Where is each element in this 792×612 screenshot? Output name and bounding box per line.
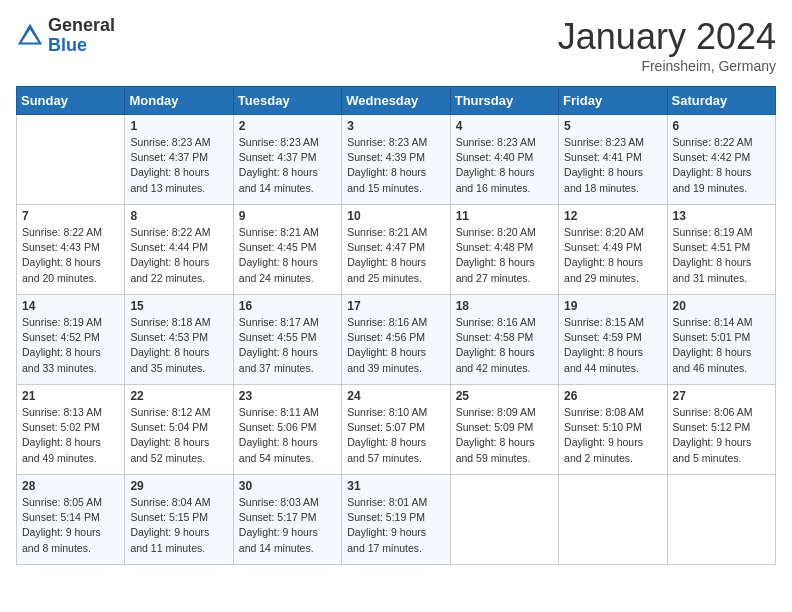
calendar-cell: 30Sunrise: 8:03 AMSunset: 5:17 PMDayligh… bbox=[233, 475, 341, 565]
day-header-thursday: Thursday bbox=[450, 87, 558, 115]
month-title: January 2024 bbox=[558, 16, 776, 58]
calendar-cell bbox=[17, 115, 125, 205]
day-info: Sunrise: 8:23 AMSunset: 4:37 PMDaylight:… bbox=[239, 135, 336, 196]
day-number: 20 bbox=[673, 299, 770, 313]
logo-general-text: General bbox=[48, 15, 115, 35]
day-number: 2 bbox=[239, 119, 336, 133]
day-number: 5 bbox=[564, 119, 661, 133]
day-info: Sunrise: 8:16 AMSunset: 4:58 PMDaylight:… bbox=[456, 315, 553, 376]
logo-icon bbox=[16, 22, 44, 50]
day-number: 23 bbox=[239, 389, 336, 403]
day-header-saturday: Saturday bbox=[667, 87, 775, 115]
day-number: 22 bbox=[130, 389, 227, 403]
calendar-cell: 28Sunrise: 8:05 AMSunset: 5:14 PMDayligh… bbox=[17, 475, 125, 565]
day-info: Sunrise: 8:15 AMSunset: 4:59 PMDaylight:… bbox=[564, 315, 661, 376]
day-info: Sunrise: 8:08 AMSunset: 5:10 PMDaylight:… bbox=[564, 405, 661, 466]
day-info: Sunrise: 8:22 AMSunset: 4:44 PMDaylight:… bbox=[130, 225, 227, 286]
calendar-cell: 23Sunrise: 8:11 AMSunset: 5:06 PMDayligh… bbox=[233, 385, 341, 475]
day-number: 18 bbox=[456, 299, 553, 313]
calendar-cell: 29Sunrise: 8:04 AMSunset: 5:15 PMDayligh… bbox=[125, 475, 233, 565]
day-info: Sunrise: 8:19 AMSunset: 4:52 PMDaylight:… bbox=[22, 315, 119, 376]
calendar-cell: 17Sunrise: 8:16 AMSunset: 4:56 PMDayligh… bbox=[342, 295, 450, 385]
calendar-cell: 14Sunrise: 8:19 AMSunset: 4:52 PMDayligh… bbox=[17, 295, 125, 385]
calendar-cell: 15Sunrise: 8:18 AMSunset: 4:53 PMDayligh… bbox=[125, 295, 233, 385]
calendar-cell: 1Sunrise: 8:23 AMSunset: 4:37 PMDaylight… bbox=[125, 115, 233, 205]
day-info: Sunrise: 8:23 AMSunset: 4:39 PMDaylight:… bbox=[347, 135, 444, 196]
day-info: Sunrise: 8:05 AMSunset: 5:14 PMDaylight:… bbox=[22, 495, 119, 556]
day-header-wednesday: Wednesday bbox=[342, 87, 450, 115]
day-info: Sunrise: 8:06 AMSunset: 5:12 PMDaylight:… bbox=[673, 405, 770, 466]
calendar-cell: 9Sunrise: 8:21 AMSunset: 4:45 PMDaylight… bbox=[233, 205, 341, 295]
day-number: 14 bbox=[22, 299, 119, 313]
day-number: 9 bbox=[239, 209, 336, 223]
day-info: Sunrise: 8:21 AMSunset: 4:47 PMDaylight:… bbox=[347, 225, 444, 286]
day-info: Sunrise: 8:23 AMSunset: 4:40 PMDaylight:… bbox=[456, 135, 553, 196]
calendar-cell bbox=[450, 475, 558, 565]
calendar-week-row: 21Sunrise: 8:13 AMSunset: 5:02 PMDayligh… bbox=[17, 385, 776, 475]
day-number: 4 bbox=[456, 119, 553, 133]
day-number: 13 bbox=[673, 209, 770, 223]
calendar-cell: 10Sunrise: 8:21 AMSunset: 4:47 PMDayligh… bbox=[342, 205, 450, 295]
day-info: Sunrise: 8:01 AMSunset: 5:19 PMDaylight:… bbox=[347, 495, 444, 556]
day-number: 21 bbox=[22, 389, 119, 403]
day-number: 17 bbox=[347, 299, 444, 313]
calendar-cell: 24Sunrise: 8:10 AMSunset: 5:07 PMDayligh… bbox=[342, 385, 450, 475]
day-number: 24 bbox=[347, 389, 444, 403]
calendar-week-row: 1Sunrise: 8:23 AMSunset: 4:37 PMDaylight… bbox=[17, 115, 776, 205]
calendar-cell: 22Sunrise: 8:12 AMSunset: 5:04 PMDayligh… bbox=[125, 385, 233, 475]
logo: General Blue bbox=[16, 16, 115, 56]
day-header-friday: Friday bbox=[559, 87, 667, 115]
logo-blue-text: Blue bbox=[48, 35, 87, 55]
title-block: January 2024 Freinsheim, Germany bbox=[558, 16, 776, 74]
calendar-cell bbox=[667, 475, 775, 565]
day-number: 3 bbox=[347, 119, 444, 133]
calendar-cell: 4Sunrise: 8:23 AMSunset: 4:40 PMDaylight… bbox=[450, 115, 558, 205]
calendar-week-row: 14Sunrise: 8:19 AMSunset: 4:52 PMDayligh… bbox=[17, 295, 776, 385]
day-info: Sunrise: 8:22 AMSunset: 4:42 PMDaylight:… bbox=[673, 135, 770, 196]
day-number: 29 bbox=[130, 479, 227, 493]
day-number: 15 bbox=[130, 299, 227, 313]
calendar-cell bbox=[559, 475, 667, 565]
day-number: 26 bbox=[564, 389, 661, 403]
calendar-week-row: 7Sunrise: 8:22 AMSunset: 4:43 PMDaylight… bbox=[17, 205, 776, 295]
calendar-header-row: SundayMondayTuesdayWednesdayThursdayFrid… bbox=[17, 87, 776, 115]
day-info: Sunrise: 8:04 AMSunset: 5:15 PMDaylight:… bbox=[130, 495, 227, 556]
calendar-cell: 25Sunrise: 8:09 AMSunset: 5:09 PMDayligh… bbox=[450, 385, 558, 475]
calendar-cell: 6Sunrise: 8:22 AMSunset: 4:42 PMDaylight… bbox=[667, 115, 775, 205]
calendar-cell: 16Sunrise: 8:17 AMSunset: 4:55 PMDayligh… bbox=[233, 295, 341, 385]
day-number: 12 bbox=[564, 209, 661, 223]
calendar-cell: 12Sunrise: 8:20 AMSunset: 4:49 PMDayligh… bbox=[559, 205, 667, 295]
calendar-cell: 27Sunrise: 8:06 AMSunset: 5:12 PMDayligh… bbox=[667, 385, 775, 475]
calendar-cell: 8Sunrise: 8:22 AMSunset: 4:44 PMDaylight… bbox=[125, 205, 233, 295]
day-info: Sunrise: 8:21 AMSunset: 4:45 PMDaylight:… bbox=[239, 225, 336, 286]
page-header: General Blue January 2024 Freinsheim, Ge… bbox=[16, 16, 776, 74]
calendar-cell: 18Sunrise: 8:16 AMSunset: 4:58 PMDayligh… bbox=[450, 295, 558, 385]
day-info: Sunrise: 8:23 AMSunset: 4:37 PMDaylight:… bbox=[130, 135, 227, 196]
day-info: Sunrise: 8:12 AMSunset: 5:04 PMDaylight:… bbox=[130, 405, 227, 466]
day-number: 31 bbox=[347, 479, 444, 493]
day-number: 7 bbox=[22, 209, 119, 223]
day-info: Sunrise: 8:09 AMSunset: 5:09 PMDaylight:… bbox=[456, 405, 553, 466]
day-info: Sunrise: 8:13 AMSunset: 5:02 PMDaylight:… bbox=[22, 405, 119, 466]
day-number: 28 bbox=[22, 479, 119, 493]
day-number: 19 bbox=[564, 299, 661, 313]
day-info: Sunrise: 8:20 AMSunset: 4:48 PMDaylight:… bbox=[456, 225, 553, 286]
day-header-monday: Monday bbox=[125, 87, 233, 115]
calendar-cell: 31Sunrise: 8:01 AMSunset: 5:19 PMDayligh… bbox=[342, 475, 450, 565]
day-info: Sunrise: 8:19 AMSunset: 4:51 PMDaylight:… bbox=[673, 225, 770, 286]
location: Freinsheim, Germany bbox=[558, 58, 776, 74]
calendar-cell: 7Sunrise: 8:22 AMSunset: 4:43 PMDaylight… bbox=[17, 205, 125, 295]
calendar-cell: 21Sunrise: 8:13 AMSunset: 5:02 PMDayligh… bbox=[17, 385, 125, 475]
day-info: Sunrise: 8:10 AMSunset: 5:07 PMDaylight:… bbox=[347, 405, 444, 466]
day-number: 1 bbox=[130, 119, 227, 133]
day-info: Sunrise: 8:23 AMSunset: 4:41 PMDaylight:… bbox=[564, 135, 661, 196]
calendar-cell: 20Sunrise: 8:14 AMSunset: 5:01 PMDayligh… bbox=[667, 295, 775, 385]
day-number: 6 bbox=[673, 119, 770, 133]
day-info: Sunrise: 8:16 AMSunset: 4:56 PMDaylight:… bbox=[347, 315, 444, 376]
calendar-week-row: 28Sunrise: 8:05 AMSunset: 5:14 PMDayligh… bbox=[17, 475, 776, 565]
day-header-sunday: Sunday bbox=[17, 87, 125, 115]
calendar-table: SundayMondayTuesdayWednesdayThursdayFrid… bbox=[16, 86, 776, 565]
day-info: Sunrise: 8:17 AMSunset: 4:55 PMDaylight:… bbox=[239, 315, 336, 376]
day-number: 10 bbox=[347, 209, 444, 223]
day-number: 30 bbox=[239, 479, 336, 493]
